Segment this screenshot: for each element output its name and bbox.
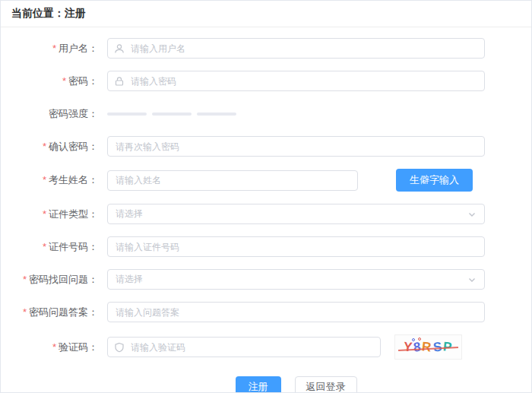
form-actions: 注册 返回登录 bbox=[107, 376, 485, 393]
question-answer-label: *密码问题答案： bbox=[1, 306, 107, 319]
id-type-select[interactable]: 请选择 bbox=[107, 204, 485, 224]
strength-bar bbox=[197, 113, 236, 116]
id-type-select-placeholder: 请选择 bbox=[116, 208, 143, 220]
rare-character-input-button[interactable]: 生僻字输入 bbox=[396, 169, 473, 192]
row-candidate-name: *考生姓名： 生僻字输入 bbox=[1, 169, 531, 192]
strength-bar bbox=[152, 113, 192, 116]
row-confirm-password: *确认密码： bbox=[1, 136, 531, 157]
candidate-name-input[interactable] bbox=[107, 170, 358, 191]
lock-icon bbox=[114, 76, 125, 87]
required-asterisk: * bbox=[43, 174, 46, 185]
required-asterisk: * bbox=[43, 141, 46, 152]
row-recovery-question: *密码找回问题： 请选择 bbox=[1, 269, 531, 290]
row-id-type: *证件类型： 请选择 bbox=[1, 204, 531, 224]
id-number-label: *证件号码： bbox=[1, 240, 107, 254]
candidate-name-label: *考生姓名： bbox=[1, 173, 107, 187]
username-input[interactable] bbox=[107, 38, 485, 59]
recovery-question-select[interactable]: 请选择 bbox=[107, 269, 485, 290]
password-input[interactable] bbox=[107, 71, 485, 91]
required-asterisk: * bbox=[43, 241, 46, 252]
id-type-label: *证件类型： bbox=[1, 208, 107, 221]
question-answer-input[interactable] bbox=[107, 302, 485, 322]
required-asterisk: * bbox=[52, 341, 56, 353]
user-icon bbox=[114, 43, 125, 54]
confirm-password-input[interactable] bbox=[107, 136, 485, 157]
row-username: *用户名： bbox=[1, 38, 531, 59]
captcha-label: *验证码： bbox=[1, 341, 107, 354]
row-password-strength: 密码强度： bbox=[1, 103, 531, 124]
username-label: *用户名： bbox=[1, 42, 107, 55]
required-asterisk: * bbox=[23, 306, 27, 318]
confirm-password-label: *确认密码： bbox=[1, 140, 107, 154]
row-captcha: *验证码： Y8RSP bbox=[1, 334, 531, 360]
register-page: 当前位置：注册 *用户名： *密码： bbox=[0, 0, 532, 393]
breadcrumb: 当前位置：注册 bbox=[11, 7, 86, 21]
captcha-image[interactable]: Y8RSP bbox=[394, 334, 462, 360]
row-id-number: *证件号码： bbox=[1, 236, 531, 257]
back-to-login-button[interactable]: 返回登录 bbox=[295, 376, 357, 393]
row-password: *密码： bbox=[1, 71, 531, 91]
required-asterisk: * bbox=[43, 208, 46, 220]
register-form: *用户名： *密码： bbox=[1, 27, 531, 393]
required-asterisk: * bbox=[52, 43, 56, 54]
password-strength-label: 密码强度： bbox=[1, 107, 107, 121]
shield-icon bbox=[114, 342, 125, 353]
required-asterisk: * bbox=[23, 274, 27, 285]
captcha-input[interactable] bbox=[107, 337, 381, 357]
breadcrumb-bar: 当前位置：注册 bbox=[1, 1, 531, 27]
chevron-down-icon bbox=[467, 275, 477, 284]
chevron-down-icon bbox=[467, 210, 477, 219]
password-label: *密码： bbox=[1, 74, 107, 88]
required-asterisk: * bbox=[62, 75, 66, 87]
recovery-question-label: *密码找回问题： bbox=[1, 273, 107, 287]
password-strength-indicator bbox=[107, 103, 236, 124]
row-question-answer: *密码问题答案： bbox=[1, 302, 531, 322]
recovery-question-select-placeholder: 请选择 bbox=[116, 273, 143, 286]
strength-bar bbox=[107, 113, 147, 116]
register-button[interactable]: 注册 bbox=[236, 376, 281, 393]
id-number-input[interactable] bbox=[107, 236, 485, 257]
